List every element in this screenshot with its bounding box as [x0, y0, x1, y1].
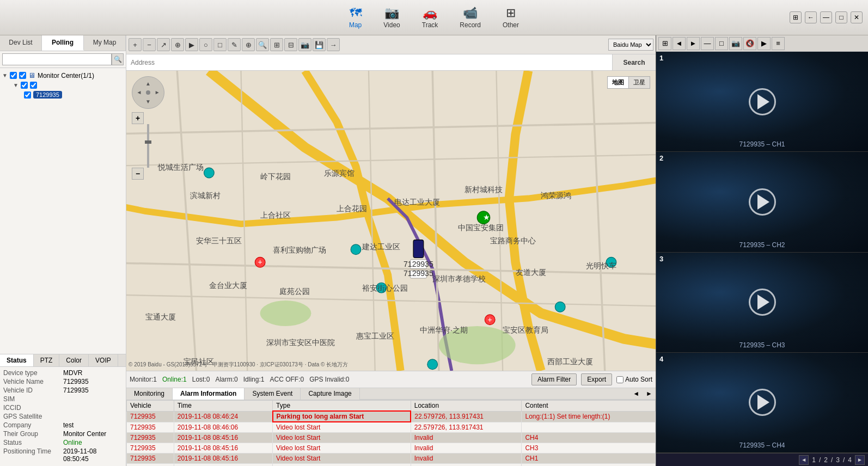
tab-monitoring[interactable]: Monitoring — [126, 388, 173, 400]
close-btn[interactable]: ✕ — [851, 11, 863, 23]
play-btn-3[interactable] — [749, 289, 776, 316]
zoom-slider[interactable] — [147, 124, 149, 168]
video-cell-3[interactable]: 3 7129935 – CH3 — [656, 253, 868, 353]
video-cell-2[interactable]: 2 7129935 – CH2 — [656, 152, 868, 252]
tab-alarm-info[interactable]: Alarm Information — [173, 388, 244, 400]
tab-status[interactable]: Status — [0, 354, 34, 366]
map-tool-draw[interactable]: ✎ — [228, 38, 241, 51]
video-page-2[interactable]: 2 — [823, 456, 829, 464]
video-page-1[interactable]: 1 — [811, 456, 817, 464]
map-tool-play[interactable]: ▶ — [185, 38, 198, 51]
alarm-table-container[interactable]: Vehicle Time Type Location Content 71299… — [126, 400, 656, 466]
video-nav-prev[interactable]: ◄ — [799, 455, 809, 465]
rt-play-btn[interactable]: ▶ — [757, 37, 771, 50]
tab-my-map[interactable]: My Map — [84, 35, 126, 51]
child-collapse-icon[interactable]: ▼ — [13, 82, 19, 88]
play-btn-4[interactable] — [749, 389, 776, 416]
video-page-3[interactable]: 3 — [835, 456, 841, 464]
top-nav-track[interactable]: 🚗 Track — [422, 6, 438, 29]
rt-menu-btn[interactable]: ≡ — [772, 37, 785, 50]
map-tool-plus[interactable]: + — [129, 38, 142, 51]
tab-ptz[interactable]: PTZ — [34, 354, 60, 366]
map-tool-export[interactable]: → — [327, 38, 340, 51]
map-tool-rect[interactable]: □ — [213, 38, 227, 51]
device-checkbox[interactable] — [24, 91, 31, 99]
map-tool-search[interactable]: 🔍 — [256, 38, 269, 51]
left-search-input[interactable] — [2, 53, 112, 65]
root-checkbox[interactable] — [10, 72, 17, 79]
tree-device[interactable]: 7129935 — [2, 90, 124, 100]
map-tool-circle[interactable]: ○ — [199, 38, 212, 51]
video-cell-4[interactable]: 4 7129935 – CH4 — [656, 353, 868, 453]
nav-down[interactable]: ▼ — [144, 97, 153, 106]
export-btn[interactable]: Export — [581, 373, 612, 385]
alarm-cell-location: 22.579726, 113.917431 — [411, 422, 522, 433]
maximize-btn[interactable]: □ — [835, 11, 847, 23]
alarm-table-row[interactable]: 71299352019-11-08 08:46:06Video lost Sta… — [127, 422, 656, 433]
back-btn[interactable]: ← — [805, 11, 817, 23]
nav-left[interactable]: ◄ — [135, 88, 144, 97]
map-container[interactable]: ★ + + 悦城生活广场 滨城新村 岭下花园 乐源宾馆 上合社区 上合花园 电达… — [126, 71, 656, 371]
root-checkbox2[interactable] — [19, 72, 26, 79]
auto-sort-checkbox[interactable] — [616, 376, 624, 383]
alarm-table-row[interactable]: 71299352019-11-08 08:45:16Video lost Sta… — [127, 443, 656, 453]
video-page-4[interactable]: 4 — [847, 456, 853, 464]
map-copyright: © 2019 Baidu - GS(2018)5572号 · 甲测资字11009… — [129, 361, 348, 369]
video-nav-next[interactable]: ► — [855, 455, 865, 465]
alarm-table-row[interactable]: 71299352019-11-08 08:45:16Video lost Sta… — [127, 453, 656, 464]
alarm-filter-btn[interactable]: Alarm Filter — [531, 373, 577, 385]
rt-mute-btn[interactable]: 🔇 — [743, 37, 756, 50]
map-tool-minus2[interactable]: ⊟ — [284, 38, 297, 51]
minimize-btn[interactable]: — — [820, 11, 832, 23]
rt-grid-btn[interactable]: ⊞ — [658, 37, 671, 50]
rt-rect-btn[interactable]: □ — [715, 37, 728, 50]
top-nav-map[interactable]: 🗺 Map — [349, 6, 362, 29]
nav-up[interactable]: ▲ — [144, 79, 153, 88]
nav-right[interactable]: ► — [152, 88, 162, 97]
top-nav-video[interactable]: 📷 Video — [383, 6, 400, 29]
map-tool-grid[interactable]: ⊞ — [270, 38, 283, 51]
scroll-left-btn[interactable]: ◄ — [629, 388, 643, 400]
rt-camera-btn[interactable]: 📷 — [729, 37, 742, 50]
tab-dev-list[interactable]: Dev List — [0, 35, 42, 51]
map-tool-minus[interactable]: − — [143, 38, 156, 51]
tab-color[interactable]: Color — [59, 354, 89, 366]
tree-collapse-icon[interactable]: ▼ — [2, 72, 8, 78]
tab-system-event[interactable]: System Event — [244, 388, 301, 400]
alarm-table-row[interactable]: 71299352019-11-08 08:46:24Parking too lo… — [127, 411, 656, 422]
tab-polling[interactable]: Polling — [42, 35, 84, 51]
info-row: SIM — [3, 395, 123, 403]
alarm-table-row[interactable]: 71299352019-11-08 08:45:16Video lost Sta… — [127, 433, 656, 443]
alarm-table-row[interactable]: 71299352019-11-08 08:45:07ACC ON alarmIn… — [127, 464, 656, 467]
play-btn-2[interactable] — [749, 188, 776, 216]
rt-minus-btn[interactable]: — — [701, 37, 714, 50]
rt-prev-btn[interactable]: ◄ — [673, 37, 686, 50]
track-icon: 🚗 — [423, 6, 437, 20]
map-tool-save[interactable]: 💾 — [313, 38, 326, 51]
map-tool-arrow[interactable]: ↗ — [157, 38, 170, 51]
map-type-map[interactable]: 地图 — [608, 77, 629, 88]
left-search-button[interactable]: 🔍 — [112, 53, 124, 65]
top-nav-record[interactable]: 📹 Record — [460, 6, 481, 29]
zoom-out-btn[interactable]: − — [132, 168, 144, 180]
map-provider-select[interactable]: Baidu Map — [608, 39, 653, 51]
scroll-right-btn[interactable]: ► — [643, 388, 656, 400]
zoom-in-btn[interactable]: + — [132, 112, 144, 124]
address-input[interactable] — [126, 54, 612, 70]
map-type-satellite[interactable]: 卫星 — [629, 77, 650, 88]
rt-next-btn[interactable]: ► — [687, 37, 700, 50]
search-button[interactable]: Search — [612, 54, 656, 70]
svg-text:喜利宝购物广场: 喜利宝购物广场 — [273, 246, 326, 254]
child-checkbox[interactable] — [21, 82, 28, 89]
tab-voip[interactable]: VOIP — [89, 354, 118, 366]
play-btn-1[interactable] — [749, 88, 776, 115]
top-nav-other[interactable]: ⊞ Other — [503, 6, 519, 29]
auto-sort-label[interactable]: Auto Sort — [616, 376, 652, 383]
video-cell-1[interactable]: 1 7129935 – CH1 — [656, 52, 868, 152]
map-tool-plus2[interactable]: ⊕ — [242, 38, 255, 51]
map-tool-select[interactable]: ⊕ — [171, 38, 184, 51]
child-checkbox2[interactable] — [30, 82, 37, 89]
grid-view-btn[interactable]: ⊞ — [790, 11, 802, 23]
map-tool-camera[interactable]: 📷 — [298, 38, 311, 51]
tab-capture[interactable]: Capture Image — [301, 388, 359, 400]
